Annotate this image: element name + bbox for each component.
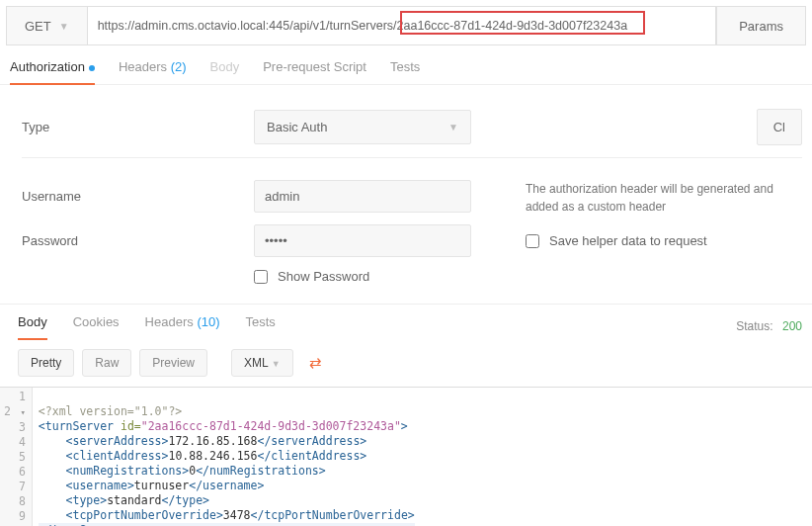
resp-tab-headers[interactable]: Headers (10) xyxy=(145,314,220,339)
http-method-select[interactable]: GET ▼ xyxy=(6,6,88,45)
response-status: Status: 200 xyxy=(736,319,802,334)
auth-helper-text: The authorization header will be generat… xyxy=(526,180,802,216)
password-label: Password xyxy=(22,233,254,248)
username-input[interactable] xyxy=(254,180,471,213)
resp-tab-body[interactable]: Body xyxy=(18,314,47,339)
tab-body[interactable]: Body xyxy=(210,59,240,84)
username-label: Username xyxy=(22,189,254,204)
response-body: 1 2 ▾ 3 4 5 6 7 8 9 <?xml version="1.0"?… xyxy=(0,387,812,526)
chevron-down-icon: ▼ xyxy=(59,21,69,32)
divider xyxy=(22,157,802,158)
wrap-lines-icon[interactable]: ⇄ xyxy=(301,350,330,376)
view-pretty-button[interactable]: Pretty xyxy=(18,349,74,377)
xml-code[interactable]: <?xml version="1.0"?> <turnServer id="2a… xyxy=(33,388,415,526)
tab-headers[interactable]: Headers (2) xyxy=(119,59,187,84)
tab-tests[interactable]: Tests xyxy=(390,59,420,84)
chevron-down-icon: ▼ xyxy=(448,122,458,132)
tab-authorization[interactable]: Authorization xyxy=(10,59,95,84)
url-input[interactable] xyxy=(98,19,706,33)
save-helper-checkbox[interactable] xyxy=(526,234,539,248)
line-gutter: 1 2 ▾ 3 4 5 6 7 8 9 xyxy=(0,388,33,526)
show-password-row[interactable]: Show Password xyxy=(254,269,506,284)
chevron-down-icon: ▼ xyxy=(272,359,281,369)
resp-tab-cookies[interactable]: Cookies xyxy=(73,314,120,339)
save-helper-row[interactable]: Save helper data to request xyxy=(526,231,802,251)
lang-select[interactable]: XML ▼ xyxy=(231,349,293,377)
tab-pre-request[interactable]: Pre-request Script xyxy=(263,59,366,84)
resp-tab-tests[interactable]: Tests xyxy=(246,314,276,339)
clear-button[interactable]: Cl xyxy=(757,109,802,145)
params-button[interactable]: Params xyxy=(716,6,806,45)
request-tabs: Authorization Headers (2) Body Pre-reque… xyxy=(0,45,812,85)
modified-dot-icon xyxy=(89,65,95,71)
auth-type-label: Type xyxy=(22,120,254,134)
view-raw-button[interactable]: Raw xyxy=(82,349,131,377)
view-preview-button[interactable]: Preview xyxy=(139,349,207,377)
password-input[interactable] xyxy=(254,224,471,257)
auth-type-select[interactable]: Basic Auth ▼ xyxy=(254,110,471,144)
http-method-label: GET xyxy=(25,19,51,34)
show-password-checkbox[interactable] xyxy=(254,270,268,284)
